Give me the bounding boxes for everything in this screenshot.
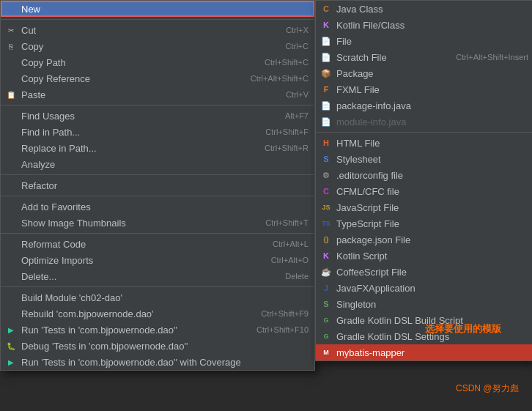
menu-item-replace-path[interactable]: Replace in Path... Ctrl+Shift+R bbox=[1, 140, 314, 156]
reformat-shortcut: Ctrl+Alt+L bbox=[258, 240, 309, 248]
submenu-item-editorconfig[interactable]: ⚙ .editorconfig file bbox=[316, 167, 532, 183]
menu-item-run-tests[interactable]: ▶ Run 'Tests in 'com.bjpowernode.dao'' C… bbox=[1, 322, 314, 338]
submenu-item-java-class[interactable]: C Java Class bbox=[316, 1, 532, 17]
submenu-item-cfml-label: CFML/CFC file bbox=[336, 186, 399, 197]
run-icon: ▶ bbox=[5, 324, 17, 336]
menu-item-rebuild[interactable]: Rebuild 'com.bjpowernode.dao' Ctrl+Shift… bbox=[1, 306, 314, 322]
submenu-item-fxml[interactable]: F FXML File bbox=[316, 81, 532, 97]
submenu-separator-1 bbox=[316, 132, 532, 133]
build-icon bbox=[5, 292, 17, 303]
singleton-icon: S bbox=[320, 298, 332, 310]
menu-item-find-usages-label: Find Usages bbox=[21, 111, 75, 122]
separator-1 bbox=[1, 19, 314, 20]
replace-path-shortcut: Ctrl+Shift+R bbox=[250, 144, 309, 152]
paste-icon: 📋 bbox=[5, 89, 17, 100]
show-thumbnails-shortcut: Ctrl+Shift+T bbox=[251, 218, 309, 227]
menu-item-find-path[interactable]: Find in Path... Ctrl+Shift+F bbox=[1, 124, 314, 140]
submenu-item-ts[interactable]: TS TypeScript File bbox=[316, 215, 532, 232]
menu-item-add-favorites[interactable]: Add to Favorites bbox=[1, 199, 314, 215]
submenu-item-cfml[interactable]: C CFML/CFC file bbox=[316, 183, 532, 199]
run-tests-shortcut: Ctrl+Shift+F10 bbox=[242, 325, 309, 334]
separator-2 bbox=[1, 105, 314, 105]
csdn-watermark: CSDN @努力彪 bbox=[456, 382, 519, 395]
menu-item-analyze[interactable]: Analyze bbox=[1, 156, 314, 172]
menu-item-copy-label: Copy bbox=[21, 41, 43, 52]
javafx-icon: J bbox=[320, 282, 332, 294]
menu-item-run-coverage[interactable]: ▶ Run 'Tests in 'com.bjpowernode.dao'' w… bbox=[1, 354, 314, 370]
submenu-item-module-info[interactable]: 📄 module-info.java bbox=[316, 114, 532, 130]
menu-item-new[interactable]: New bbox=[1, 1, 314, 17]
menu-item-build-module[interactable]: Build Module 'ch02-dao' bbox=[1, 289, 314, 306]
separator-4 bbox=[1, 196, 314, 196]
menu-item-run-coverage-label: Run 'Tests in 'com.bjpowernode.dao'' wit… bbox=[21, 357, 241, 368]
submenu-item-fxml-label: FXML File bbox=[336, 84, 380, 95]
submenu-item-kotlin-script[interactable]: K Kotlin Script bbox=[316, 248, 532, 264]
menu-item-paste[interactable]: 📋 Paste Ctrl+V bbox=[1, 86, 314, 103]
submenu-item-coffee-label: CoffeeScript File bbox=[336, 267, 407, 278]
csdn-label: CSDN @努力彪 bbox=[456, 383, 519, 393]
delete-shortcut: Delete bbox=[270, 272, 309, 281]
gradle-build-icon: G bbox=[320, 314, 332, 326]
optimize-shortcut: Ctrl+Alt+O bbox=[256, 256, 309, 264]
submenu-item-package-info[interactable]: 📄 package-info.java bbox=[316, 97, 532, 114]
copy-path-icon bbox=[5, 56, 17, 68]
optimize-icon bbox=[5, 254, 17, 266]
cfml-icon: C bbox=[320, 185, 332, 197]
menu-item-show-thumbnails[interactable]: Show Image Thumbnails Ctrl+Shift+T bbox=[1, 215, 314, 231]
coffee-icon: ☕ bbox=[320, 266, 332, 278]
menu-item-copy-ref[interactable]: Copy Reference Ctrl+Alt+Shift+C bbox=[1, 70, 314, 86]
menu-item-delete-label: Delete... bbox=[21, 271, 56, 282]
reformat-icon bbox=[5, 238, 17, 250]
submenu-item-scratch-file[interactable]: 📄 Scratch File Ctrl+Alt+Shift+Insert bbox=[316, 49, 532, 65]
submenu-item-html[interactable]: H HTML File bbox=[316, 135, 532, 151]
menu-item-copy[interactable]: ⎘ Copy Ctrl+C bbox=[1, 38, 314, 54]
submenu-item-javafx[interactable]: J JavaFXApplication bbox=[316, 280, 532, 296]
submenu-item-js[interactable]: JS JavaScript File bbox=[316, 199, 532, 215]
menu-item-run-tests-label: Run 'Tests in 'com.bjpowernode.dao'' bbox=[21, 325, 177, 336]
submenu-item-kotlin-class[interactable]: K Kotlin File/Class bbox=[316, 17, 532, 33]
ts-icon: TS bbox=[320, 218, 332, 229]
submenu-item-mybatis[interactable]: M mybatis-mapper bbox=[316, 344, 532, 360]
context-menu: New ✂ Cut Ctrl+X ⎘ Copy Ctrl+C Copy Path… bbox=[0, 0, 315, 371]
submenu-item-package[interactable]: 📦 Package bbox=[316, 65, 532, 81]
menu-item-replace-path-label: Replace in Path... bbox=[21, 143, 97, 154]
module-info-icon: 📄 bbox=[320, 116, 332, 127]
debug-icon: 🐛 bbox=[5, 340, 17, 352]
html-icon: H bbox=[320, 137, 332, 149]
find-usages-shortcut: Alt+F7 bbox=[270, 111, 309, 120]
submenu-item-scratch-file-label: Scratch File bbox=[336, 52, 387, 63]
menu-item-new-label: New bbox=[21, 4, 40, 15]
menu-item-debug-tests[interactable]: 🐛 Debug 'Tests in 'com.bjpowernode.dao'' bbox=[1, 338, 314, 354]
rebuild-icon bbox=[5, 308, 17, 319]
submenu-item-html-label: HTML File bbox=[336, 138, 380, 149]
separator-3 bbox=[1, 174, 314, 175]
gradle-settings-icon: G bbox=[320, 330, 332, 342]
submenu-item-singleton[interactable]: S Singleton bbox=[316, 296, 532, 312]
package-icon: 📦 bbox=[320, 67, 332, 79]
submenu-item-mybatis-label: mybatis-mapper bbox=[336, 347, 404, 358]
menu-item-reformat-label: Reformat Code bbox=[21, 239, 86, 250]
menu-item-cut[interactable]: ✂ Cut Ctrl+X bbox=[1, 22, 314, 38]
menu-item-copy-path[interactable]: Copy Path Ctrl+Shift+C bbox=[1, 54, 314, 70]
submenu-item-editorconfig-label: .editorconfig file bbox=[336, 170, 403, 181]
annotation-label: 选择要使用的模版 bbox=[425, 323, 501, 334]
js-icon: JS bbox=[320, 201, 332, 213]
separator-6 bbox=[1, 286, 314, 287]
menu-item-delete[interactable]: Delete... Delete bbox=[1, 268, 314, 284]
submenu-item-coffee[interactable]: ☕ CoffeeScript File bbox=[316, 264, 532, 280]
menu-item-find-usages[interactable]: Find Usages Alt+F7 bbox=[1, 108, 314, 124]
submenu-item-package-json-label: package.json File bbox=[336, 234, 410, 245]
new-submenu: C Java Class K Kotlin File/Class 📄 File … bbox=[315, 0, 532, 361]
menu-item-refactor[interactable]: Refactor bbox=[1, 177, 314, 193]
menu-item-analyze-label: Analyze bbox=[21, 159, 55, 170]
menu-item-rebuild-label: Rebuild 'com.bjpowernode.dao' bbox=[21, 308, 154, 319]
package-info-icon: 📄 bbox=[320, 100, 332, 111]
menu-item-optimize[interactable]: Optimize Imports Ctrl+Alt+O bbox=[1, 252, 314, 268]
paste-shortcut: Ctrl+V bbox=[271, 90, 309, 99]
analyze-icon bbox=[5, 158, 17, 170]
submenu-item-stylesheet[interactable]: S Stylesheet bbox=[316, 151, 532, 167]
replace-path-icon bbox=[5, 142, 17, 154]
submenu-item-package-json[interactable]: {} package.json File bbox=[316, 232, 532, 248]
menu-item-reformat[interactable]: Reformat Code Ctrl+Alt+L bbox=[1, 236, 314, 252]
submenu-item-file[interactable]: 📄 File bbox=[316, 33, 532, 49]
